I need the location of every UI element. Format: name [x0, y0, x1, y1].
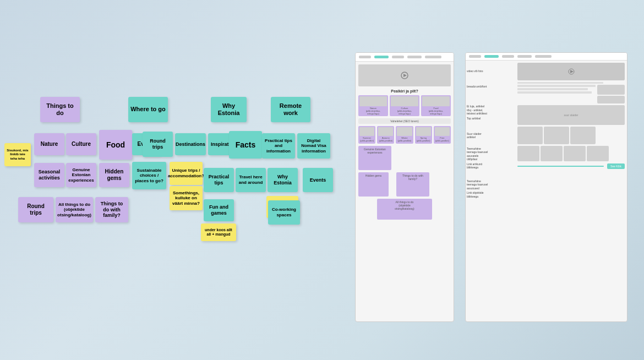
wf-right-nav	[466, 53, 627, 61]
wf-card-1	[517, 127, 543, 144]
sticky-events-rw[interactable]: Events	[303, 168, 333, 192]
wf-label-suur: Suur slaiderartikkel	[467, 132, 514, 139]
wf-family-block: Things to do with family?	[396, 172, 429, 197]
wf-right-body: video või foto breadcrumb/font Ei luja, …	[466, 61, 627, 321]
wf-see-all-button[interactable]: See Kõik	[607, 163, 625, 169]
wf-all-things-container: All things to do(objektideotsing/kataloo…	[358, 199, 451, 220]
wf-annotations: video või foto breadcrumb/font Ei luja, …	[466, 61, 515, 321]
wf-label-link-around: Link artikunöblikkeega	[467, 162, 514, 170]
wf-food-block: Food(pildi+kirjeldus,milega legu)	[421, 95, 451, 116]
wf-nature-block: Nature(pildi+kirjeldus,milega legu)	[358, 95, 388, 116]
wf-intro-images	[597, 85, 625, 103]
sticky-unique-trips[interactable]: Unique trips / accommodation?	[170, 162, 203, 185]
wf-genuine-row: Genuine Estonian experiences	[358, 146, 451, 170]
sticky-sustainable[interactable]: Sustainable choices / places to go?	[132, 162, 166, 189]
wf-hidden-block: Hidden gems	[358, 172, 389, 197]
wf-card-3	[570, 127, 596, 144]
wf-card-2	[544, 127, 569, 144]
wf-card-4	[517, 146, 539, 161]
sticky-why-estonia-sub[interactable]: Why Estonia	[268, 168, 298, 192]
wf-img-2	[597, 96, 625, 103]
wf-seo-banner: Vahelehet (SEO lorem)	[358, 118, 451, 124]
wf-text-line-1	[517, 82, 603, 84]
wf-bottom-cta: See Kõik	[517, 163, 625, 169]
canvas: Things to do Where to go Why Estonia Rem…	[0, 0, 644, 360]
wf-big-slider: suur slaider	[517, 105, 625, 125]
wf-card-7	[587, 146, 609, 161]
wf-hero-image	[358, 64, 451, 86]
sticky-digital-nomad[interactable]: Digital Nomad Visa information	[297, 133, 330, 159]
wf-winter-block: Winter(pildi+pealkiri)	[396, 126, 413, 144]
wf-intro-row	[517, 85, 625, 103]
wf-all-things-block: All things to do(objektideotsing/kataloo…	[377, 199, 432, 220]
wf-label-breadcrumb: breadcrumb/font	[467, 85, 514, 88]
wf-genuine-block: Genuine Estonian experiences	[358, 146, 391, 170]
wireframe-right: video või foto breadcrumb/font Ei luja, …	[465, 52, 627, 322]
sticky-nature[interactable]: Nature	[34, 133, 64, 155]
sticky-remote-work[interactable]: Remote work	[271, 97, 310, 122]
wf-label-top-article: Top artikkel	[467, 117, 514, 120]
sticky-destinations[interactable]: Destinations	[175, 133, 206, 155]
wf-right-content: suur slaider See Kõik	[515, 61, 627, 321]
wf-card-6	[564, 146, 586, 161]
wf-bottom-row: Hidden gems Things to do with family?	[358, 172, 451, 197]
wf-label-video: video või foto	[467, 69, 514, 73]
sticky-why-estonia[interactable]: Why Estonia	[211, 97, 247, 122]
svg-marker-1	[403, 74, 407, 77]
sticky-fun-games[interactable]: Fun and games	[204, 199, 234, 221]
wf-seasonal-row: Summer(pildi+pealkiri) Autumn(pildi+peal…	[358, 126, 451, 144]
sticky-round-trips[interactable]: Round trips	[18, 197, 53, 222]
wf-left-nav	[356, 53, 454, 62]
sticky-round-trips-wtg[interactable]: Round trips	[143, 132, 173, 157]
sticky-practical-tips[interactable]: Practical tips	[204, 168, 234, 192]
sticky-where-to-go[interactable]: Where to go	[128, 97, 168, 122]
wf-label-link-objects: Link objektideblikkeega	[467, 191, 514, 198]
wf-card-5	[541, 146, 563, 161]
wf-label-teema1: Teemahitneteenaga kaaruselasuvateleüliõp…	[467, 147, 514, 161]
sticky-genuine[interactable]: Genuine Estonian experiences	[66, 163, 96, 187]
wf-cards-row-1	[517, 127, 625, 144]
svg-marker-3	[570, 70, 574, 73]
sticky-somethings[interactable]: Somethings, kulluke on väärt minna?	[170, 186, 203, 210]
sticky-side-note[interactable]: Sisukord, mis linkib teie teha teha	[4, 143, 31, 166]
sticky-facts[interactable]: Facts	[229, 131, 262, 159]
sticky-hidden-gems[interactable]: Hidden gems	[99, 163, 129, 187]
wf-cards-row-2	[517, 146, 625, 161]
wf-spring-block: Spring(pildi+pealkiri)	[415, 126, 432, 144]
sticky-things-to-do[interactable]: Things to do	[40, 97, 80, 122]
wf-category-row: Nature(pildi+kirjeldus,milega legu) Cult…	[358, 95, 451, 116]
wf-autumn-block: Autumn(pildi+pealkiri)	[377, 126, 394, 144]
wf-culture-block: Culture(pildi+kirjeldus,milega legu)	[390, 95, 419, 116]
wf-free-block: Free(pildi+pealkiri)	[434, 126, 451, 144]
wf-intro-text	[517, 85, 596, 103]
wireframe-left: Pealkiri ja pilt? Nature(pildi+kirjeldus…	[355, 52, 454, 322]
wf-label-intro: Ei luja, artikkeltõsj - artikkel,teistes…	[467, 105, 514, 116]
wf-right-hero	[517, 63, 625, 80]
wf-title: Pealkiri ja pilt?	[358, 89, 451, 93]
sticky-food[interactable]: Food	[99, 130, 132, 160]
wf-progress-line	[517, 166, 604, 167]
wf-summer-block: Summer(pildi+pealkiri)	[358, 126, 375, 144]
wf-img-1	[597, 85, 625, 95]
wf-label-teema2: Teemahitneteenaga kaaruselassutused	[467, 179, 514, 190]
sticky-practical-info[interactable]: Practical tips and information	[262, 133, 295, 159]
sticky-coworking[interactable]: Co-working spaces	[268, 200, 300, 225]
sticky-travel-here[interactable]: Travel here and around	[236, 168, 266, 192]
sticky-things-family[interactable]: Things to do with family?	[95, 197, 128, 222]
sticky-under-koos[interactable]: under koos allt all + mangud	[201, 223, 236, 241]
sticky-seasonal[interactable]: Seasonal activities	[34, 163, 64, 187]
sticky-culture[interactable]: Culture	[66, 133, 96, 155]
sticky-all-things[interactable]: All things to do (objektide otsing/katal…	[56, 197, 93, 222]
